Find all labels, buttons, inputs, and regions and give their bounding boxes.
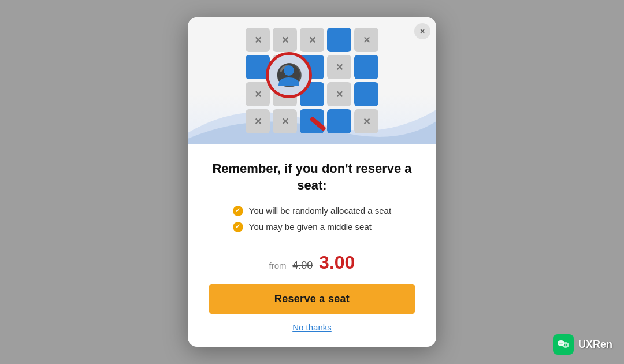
modal-body: Remember, if you don't reserve a seat: Y…: [188, 144, 436, 346]
seat[interactable]: [246, 109, 270, 133]
seat[interactable]: [327, 55, 351, 79]
svg-point-5: [564, 344, 565, 346]
wechat-icon: [557, 338, 570, 351]
seat[interactable]: [354, 28, 378, 52]
price-row: from 4.00 3.00: [209, 252, 415, 273]
seat[interactable]: [354, 82, 378, 106]
seat[interactable]: [246, 28, 270, 52]
watermark-text: UXRen: [578, 339, 612, 351]
seat[interactable]: [354, 55, 378, 79]
modal-dialog: × ⚫ Remember, if: [188, 17, 436, 346]
bullet-dot: [233, 222, 243, 232]
seat[interactable]: [300, 28, 324, 52]
seat[interactable]: [327, 28, 351, 52]
magnifier: ⚫: [266, 52, 324, 110]
bullet-text: You may be given a middle seat: [249, 222, 372, 232]
watermark-icon: [553, 334, 574, 355]
old-price: 4.00: [292, 259, 313, 271]
bullet-list: You will be randomly allocated a seatYou…: [233, 206, 391, 238]
reserve-seat-button[interactable]: Reserve a seat: [209, 284, 415, 314]
bullet-dot: [233, 206, 243, 216]
bullet-text: You will be randomly allocated a seat: [249, 206, 391, 216]
modal-overlay: × ⚫ Remember, if: [188, 17, 436, 346]
svg-point-0: [284, 65, 294, 76]
modal-title: Remember, if you don't reserve a seat:: [209, 161, 415, 194]
seat[interactable]: [327, 109, 351, 133]
price-from-label: from: [269, 261, 287, 270]
magnifier-circle: ⚫: [266, 52, 312, 98]
person-svg: [275, 61, 303, 89]
bullet-item: You will be randomly allocated a seat: [233, 206, 391, 216]
seat[interactable]: [354, 109, 378, 133]
seat[interactable]: [327, 82, 351, 106]
bullet-item: You may be given a middle seat: [233, 222, 391, 232]
watermark: UXRen: [553, 334, 612, 355]
seat-illustration: ⚫: [188, 17, 436, 144]
svg-point-6: [566, 344, 567, 346]
svg-point-3: [559, 343, 560, 344]
seat[interactable]: [273, 28, 297, 52]
svg-point-4: [561, 343, 562, 344]
seat[interactable]: [273, 109, 297, 133]
no-thanks-button[interactable]: No thanks: [292, 322, 332, 332]
svg-point-2: [562, 342, 569, 348]
new-price: 3.00: [319, 252, 355, 273]
